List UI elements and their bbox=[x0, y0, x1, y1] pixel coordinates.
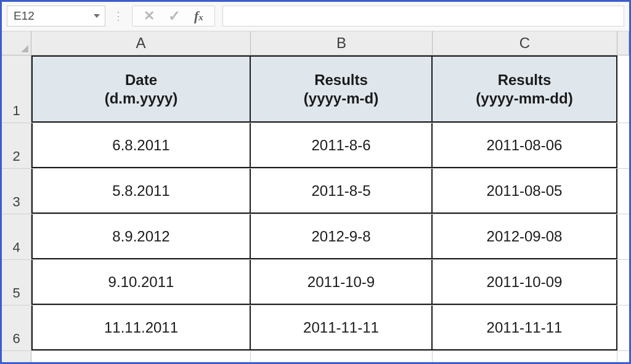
excel-window: E12 ⋮ ✕ ✓ fx A B C 1 Date (d.m.yyyy) Res… bbox=[2, 2, 629, 362]
row-header-blank[interactable] bbox=[2, 351, 31, 362]
formula-bar-grip-icon: ⋮ bbox=[113, 9, 124, 23]
formula-input[interactable] bbox=[222, 6, 624, 26]
row-header-5[interactable]: 5 bbox=[2, 260, 31, 305]
spreadsheet-grid[interactable]: 1 Date (d.m.yyyy) Results (yyyy-m-d) Res… bbox=[2, 55, 629, 362]
select-all-corner[interactable] bbox=[2, 31, 31, 55]
cell-A2[interactable]: 6.8.2011 bbox=[31, 123, 251, 168]
cell-C3[interactable]: 2011-08-05 bbox=[433, 169, 617, 214]
chevron-down-icon[interactable] bbox=[94, 14, 100, 18]
cell-A4[interactable]: 8.9.2012 bbox=[31, 214, 251, 259]
cell-C4[interactable]: 2012-09-08 bbox=[433, 214, 617, 259]
formula-bar: E12 ⋮ ✕ ✓ fx bbox=[2, 2, 629, 31]
table-row: 3 5.8.2011 2011-8-5 2011-08-05 bbox=[2, 169, 629, 214]
cell-blank[interactable] bbox=[433, 351, 617, 362]
cell-A1[interactable]: Date (d.m.yyyy) bbox=[31, 55, 251, 123]
row-header-4[interactable]: 4 bbox=[2, 214, 31, 259]
row-header-3[interactable]: 3 bbox=[2, 169, 31, 214]
cell-C5[interactable]: 2011-10-09 bbox=[433, 260, 617, 305]
col-header-C[interactable]: C bbox=[433, 31, 617, 55]
name-box-value: E12 bbox=[14, 9, 35, 23]
cell-C1[interactable]: Results (yyyy-mm-dd) bbox=[433, 55, 617, 123]
cell-B6[interactable]: 2011-11-11 bbox=[251, 305, 433, 350]
cell-C2[interactable]: 2011-08-06 bbox=[433, 123, 617, 168]
col-header-A[interactable]: A bbox=[31, 31, 251, 55]
row-header-1[interactable]: 1 bbox=[2, 55, 31, 123]
row-header-6[interactable]: 6 bbox=[2, 305, 31, 350]
cell-A5[interactable]: 9.10.2011 bbox=[31, 260, 251, 305]
table-row: 5 9.10.2011 2011-10-9 2011-10-09 bbox=[2, 260, 629, 305]
table-row: 6 11.11.2011 2011-11-11 2011-11-11 bbox=[2, 305, 629, 351]
cell-B5[interactable]: 2011-10-9 bbox=[251, 260, 433, 305]
name-box[interactable]: E12 bbox=[7, 6, 105, 26]
cell-B3[interactable]: 2011-8-5 bbox=[251, 169, 433, 214]
cell-B2[interactable]: 2011-8-6 bbox=[251, 123, 433, 168]
fx-icon[interactable]: fx bbox=[194, 8, 203, 24]
table-row: 2 6.8.2011 2011-8-6 2011-08-06 bbox=[2, 123, 629, 169]
col-header-B[interactable]: B bbox=[251, 31, 433, 55]
cell-blank[interactable] bbox=[31, 351, 251, 362]
cell-A3[interactable]: 5.8.2011 bbox=[31, 169, 251, 214]
col-header-rest[interactable] bbox=[617, 31, 629, 55]
cell-B1[interactable]: Results (yyyy-m-d) bbox=[251, 55, 433, 123]
formula-bar-buttons: ✕ ✓ fx bbox=[132, 6, 215, 26]
cell-C6[interactable]: 2011-11-11 bbox=[433, 305, 617, 350]
column-headers: A B C bbox=[2, 31, 629, 55]
cell-A6[interactable]: 11.11.2011 bbox=[31, 305, 251, 350]
table-row: 4 8.9.2012 2012-9-8 2012-09-08 bbox=[2, 214, 629, 260]
cell-B4[interactable]: 2012-9-8 bbox=[251, 214, 433, 259]
check-icon[interactable]: ✓ bbox=[168, 7, 181, 25]
table-row: 1 Date (d.m.yyyy) Results (yyyy-m-d) Res… bbox=[2, 55, 629, 123]
grid-tail bbox=[2, 351, 629, 362]
row-header-2[interactable]: 2 bbox=[2, 123, 31, 168]
cancel-icon[interactable]: ✕ bbox=[144, 8, 155, 24]
cell-blank[interactable] bbox=[251, 351, 433, 362]
